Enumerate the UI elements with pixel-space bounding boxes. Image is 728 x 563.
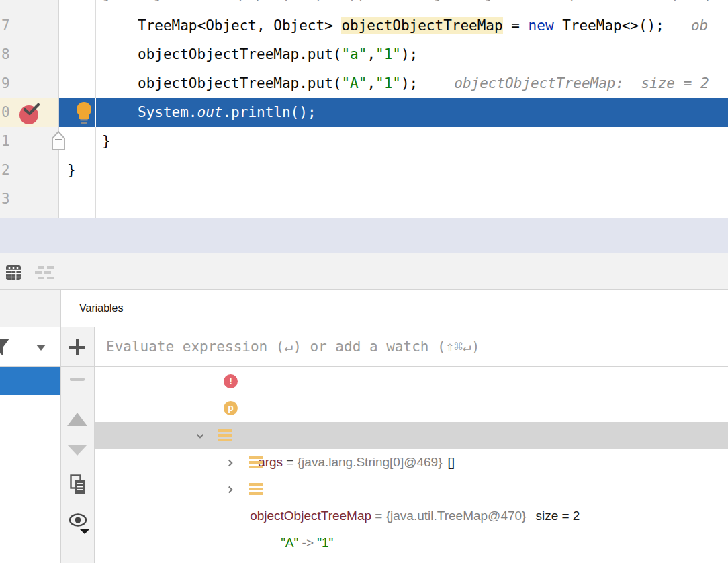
divider xyxy=(0,366,728,367)
remove-watch-button[interactable] xyxy=(70,378,85,382)
move-down-button[interactable] xyxy=(66,444,88,456)
layout-sliders-button[interactable] xyxy=(35,265,54,281)
variable-row-args[interactable]: p args = {java.lang.String[0]@469}[] xyxy=(95,395,728,422)
string-literal: "A" xyxy=(341,75,367,91)
fold-region-icon[interactable] xyxy=(51,131,66,151)
code-text: } xyxy=(102,133,111,149)
code-text: .println(); xyxy=(222,104,316,120)
ide-debugger-view: //objectObjectTreeMap.put("b","2"); // o… xyxy=(0,0,728,563)
entry-key: "A" xyxy=(281,535,298,550)
table-grid-button[interactable] xyxy=(5,265,21,281)
keyword: new xyxy=(529,17,554,34)
code-text: System. xyxy=(138,104,197,120)
variable-reference: {java.util.TreeMap@470} xyxy=(386,509,527,523)
evaluate-expression-bar[interactable]: Evaluate expression (↵) or add a watch (… xyxy=(95,327,728,366)
code-text: = xyxy=(503,17,529,34)
debugger-toolbar xyxy=(0,253,728,290)
map-entry-icon xyxy=(249,456,263,468)
lightbulb-icon[interactable] xyxy=(74,101,94,126)
chevron-right-icon[interactable] xyxy=(224,484,236,496)
filter-dropdown-arrow[interactable] xyxy=(36,345,46,351)
code-text: , xyxy=(367,75,375,91)
breakpoint-icon[interactable] xyxy=(18,101,44,127)
map-entry-row-a[interactable]: "a" -> "1" xyxy=(95,476,728,503)
line-number[interactable]: 2 xyxy=(1,156,48,185)
code-line-10-current[interactable]: System.out.println(); xyxy=(0,98,728,127)
line-number[interactable]: 3 xyxy=(1,185,48,214)
code-text: objectObjectTreeMap.put( xyxy=(138,46,341,62)
code-text: , xyxy=(367,46,375,62)
selected-frame-row[interactable] xyxy=(0,367,60,395)
frames-panel[interactable] xyxy=(0,327,61,563)
map-variable-icon xyxy=(218,429,232,441)
error-icon: ! xyxy=(224,374,238,388)
entry-arrow: -> xyxy=(298,535,317,550)
watches-tool-strip xyxy=(61,327,95,563)
filter-funnel-icon[interactable] xyxy=(0,339,9,357)
collection-size: size = 2 xyxy=(535,509,580,523)
equals: = xyxy=(371,509,386,523)
watch-visibility-button[interactable] xyxy=(69,512,90,535)
clipped-code-line: //objectObjectTreeMap.put("b","2"); // o… xyxy=(70,0,728,9)
code-line-12[interactable]: } xyxy=(0,156,728,185)
code-line-8[interactable]: objectObjectTreeMap.put("a","1"); xyxy=(0,40,728,69)
line-number[interactable]: 8 xyxy=(1,40,48,69)
code-line-11[interactable]: } xyxy=(0,127,728,156)
code-text: TreeMap<Object, Object> xyxy=(138,17,341,34)
move-up-button[interactable] xyxy=(66,411,88,427)
evaluate-placeholder: Evaluate expression (↵) or add a watch (… xyxy=(106,327,480,366)
line-number[interactable]: 7 xyxy=(1,11,48,40)
parameter-glyph: p xyxy=(228,402,234,413)
line-number[interactable]: 1 xyxy=(1,127,48,156)
string-literal: "a" xyxy=(341,46,367,62)
entry-value: "1" xyxy=(317,535,333,550)
code-text: } xyxy=(67,162,76,178)
line-number[interactable]: 9 xyxy=(1,69,48,98)
debugger-top-band xyxy=(0,218,728,253)
highlighted-identifier: objectObjectTreeMap xyxy=(341,17,502,34)
chevron-down-icon[interactable] xyxy=(194,430,206,442)
string-literal: "1" xyxy=(375,46,401,62)
code-text: objectObjectTreeMap.put( xyxy=(138,75,341,91)
static-field: out xyxy=(197,104,223,120)
string-literal: "1" xyxy=(375,75,401,91)
watch-row-methods[interactable]: ! methods[i] = Cannot find local variabl… xyxy=(95,368,728,395)
code-editor[interactable]: //objectObjectTreeMap.put("b","2"); // o… xyxy=(0,0,728,218)
code-text: ); xyxy=(401,46,418,62)
code-text: TreeMap<>(); xyxy=(554,17,664,34)
code-line-9[interactable]: objectObjectTreeMap.put("A","1");objectO… xyxy=(0,69,728,98)
tab-variables[interactable]: Variables xyxy=(79,290,124,327)
parameter-icon: p xyxy=(224,401,238,415)
code-text: ); xyxy=(401,75,418,91)
duplicate-watch-button[interactable] xyxy=(70,474,87,496)
inline-debug-hint: ob xyxy=(691,17,708,34)
frames-header-block xyxy=(0,290,61,327)
error-glyph: ! xyxy=(229,376,232,386)
variable-row-objectObjectTreeMap[interactable]: objectObjectTreeMap = {java.util.TreeMap… xyxy=(95,422,728,449)
inline-debug-hint: objectObjectTreeMap: size = 2 xyxy=(454,75,709,91)
code-line-7[interactable]: TreeMap<Object, Object> objectObjectTree… xyxy=(0,11,728,40)
add-watch-button[interactable] xyxy=(69,339,86,356)
variables-header: Variables xyxy=(0,290,728,327)
map-entry-icon xyxy=(249,483,263,495)
chevron-right-icon[interactable] xyxy=(224,457,236,469)
map-entry-row-A[interactable]: "A" -> "1" xyxy=(95,449,728,476)
